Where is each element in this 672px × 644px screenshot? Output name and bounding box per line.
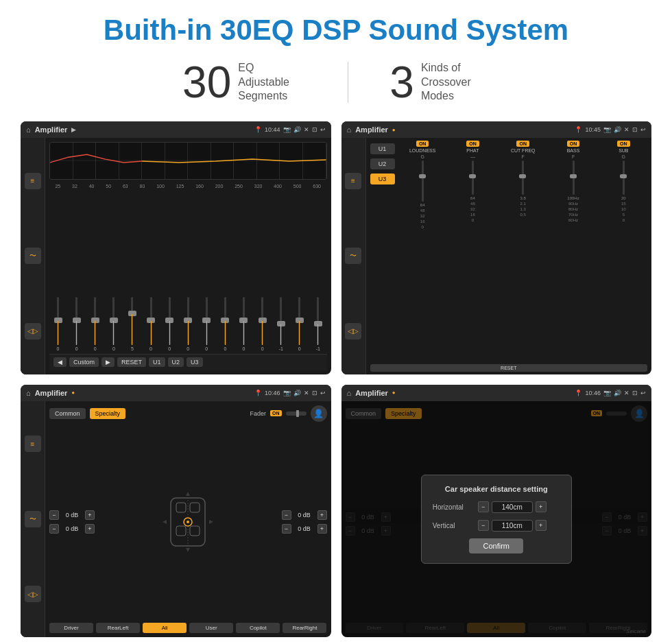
speaker-sidebar-btn-2[interactable]: 〜: [25, 511, 41, 527]
eq-graph: [49, 142, 327, 180]
loudness-slider[interactable]: [422, 160, 424, 202]
horizontal-minus-button[interactable]: −: [478, 501, 489, 512]
front-right-minus[interactable]: −: [282, 510, 291, 520]
speaker-sidebar: ≡ 〜 ◁▷: [21, 401, 45, 638]
eq-slider-4[interactable]: 5: [123, 297, 141, 351]
eq-screen-header: ⌂ Amplifier ▶ 📍 10:44 📷 🔊 ✕ ⊡ ↩: [21, 121, 331, 138]
speaker-main: Common Specialty Fader ON 👤 −: [45, 401, 331, 638]
fader-slider[interactable]: [286, 412, 307, 416]
eq-screen-title: Amplifier: [35, 126, 68, 134]
eq-slider-8[interactable]: 0: [198, 297, 215, 351]
channel-phat: ON PHAT — 64 48 32 16 0: [449, 141, 496, 229]
speaker-left-controls: − 0 dB + − 0 dB +: [49, 425, 95, 621]
svg-marker-13: [209, 520, 213, 524]
crossover-sidebar-btn-1[interactable]: ≡: [345, 173, 361, 189]
eq-custom-button[interactable]: Custom: [69, 357, 99, 367]
eq-main: 25 32 40 50 63 80 100 125 160 200 250 32…: [45, 138, 331, 374]
eq-sidebar-btn-1[interactable]: ≡: [25, 173, 41, 189]
front-right-plus[interactable]: +: [317, 510, 327, 520]
rear-left-db-control: − 0 dB +: [49, 524, 95, 534]
front-left-minus[interactable]: −: [49, 510, 59, 520]
eq-x-icon: ✕: [304, 126, 309, 133]
speaker-home-icon: ⌂: [26, 389, 31, 397]
crossover-top: U1 U2 U3 ON LOUDNESS G: [370, 141, 648, 229]
eq-prev-button[interactable]: ◀: [53, 357, 67, 367]
speaker-screen-body: ≡ 〜 ◁▷ Common Specialty Fader ON 👤: [21, 401, 331, 638]
eq-sidebar-btn-3[interactable]: ◁▷: [25, 323, 41, 339]
driver-button[interactable]: Driver: [49, 623, 93, 633]
speaker-sidebar-btn-1[interactable]: ≡: [25, 436, 41, 452]
horizontal-plus-button[interactable]: +: [536, 501, 547, 512]
eq-slider-2[interactable]: 0: [86, 297, 104, 351]
rear-left-plus[interactable]: +: [85, 524, 95, 534]
speaker-controls: − 0 dB + − 0 dB +: [49, 425, 327, 621]
eq-sliders-area: 0 0 0 0 5 0 0 0 0 0 0 0 -1 0 -1: [49, 190, 327, 354]
rear-left-button[interactable]: RearLeft: [96, 623, 140, 633]
rear-right-button[interactable]: RearRight: [283, 623, 326, 633]
speaker-bottom-bar: Driver RearLeft All User Copilot RearRig…: [49, 623, 327, 633]
eq-vol-icon: 🔊: [293, 126, 301, 133]
eq-slider-1[interactable]: 0: [68, 297, 85, 351]
screens-grid: ⌂ Amplifier ▶ 📍 10:44 📷 🔊 ✕ ⊡ ↩ ≡ 〜: [21, 121, 651, 637]
dialog-overlay: Car speaker distance setting Horizontal …: [341, 401, 652, 638]
dialog-time: 10:46: [585, 390, 601, 396]
eq-u1-button[interactable]: U1: [149, 357, 165, 367]
crossover-sidebar-btn-2[interactable]: 〜: [345, 248, 361, 264]
speaker-right-controls: − 0 dB + − 0 dB +: [282, 425, 327, 621]
dialog-screen-body: Common Specialty ON 👤 −0 dB+ −0 dB+: [341, 401, 652, 638]
eq-reset-button[interactable]: RESET: [117, 357, 146, 367]
eq-slider-6[interactable]: 0: [161, 297, 178, 351]
dialog-horizontal-row: Horizontal − +: [433, 501, 560, 513]
eq-slider-10[interactable]: 0: [235, 297, 252, 351]
crossover-x-icon: ✕: [624, 126, 629, 133]
copilot-button[interactable]: Copilot: [236, 623, 280, 633]
crossover-sidebar-btn-3[interactable]: ◁▷: [345, 323, 361, 339]
speaker-time: 10:46: [265, 390, 280, 396]
eq-slider-9[interactable]: 0: [217, 297, 234, 351]
vertical-plus-button[interactable]: +: [536, 520, 547, 531]
eq-slider-12[interactable]: -1: [272, 297, 289, 351]
vertical-value-input[interactable]: [492, 520, 533, 532]
speaker-x-icon: ✕: [304, 390, 309, 396]
eq-slider-3[interactable]: 0: [105, 297, 122, 351]
rear-left-minus[interactable]: −: [49, 524, 59, 534]
phat-slider[interactable]: [472, 160, 474, 195]
specialty-button[interactable]: Specialty: [90, 408, 126, 419]
crossover-pin-icon: 📍: [575, 126, 582, 133]
bass-slider[interactable]: [573, 160, 575, 195]
eq-sidebar-btn-2[interactable]: 〜: [25, 248, 41, 264]
front-left-plus[interactable]: +: [85, 510, 95, 520]
rear-right-db-value: 0 dB: [294, 525, 315, 532]
rear-right-minus[interactable]: −: [282, 524, 291, 534]
eq-slider-13[interactable]: 0: [291, 297, 308, 351]
dialog-home-icon: ⌂: [347, 389, 352, 397]
eq-next-button[interactable]: ▶: [101, 357, 115, 367]
speaker-sidebar-btn-3[interactable]: ◁▷: [25, 586, 41, 602]
eq-time: 10:44: [265, 126, 280, 133]
eq-slider-5[interactable]: 0: [142, 297, 159, 351]
dialog-dot-icon: ●: [392, 390, 396, 396]
eq-slider-11[interactable]: 0: [254, 297, 271, 351]
u1-button[interactable]: U1: [370, 143, 395, 154]
u2-button[interactable]: U2: [370, 158, 395, 169]
crossover-reset-button[interactable]: RESET: [370, 364, 648, 372]
eq-slider-0[interactable]: 0: [49, 297, 67, 351]
user-button[interactable]: User: [189, 623, 233, 633]
cutfreq-slider[interactable]: [522, 160, 524, 195]
rear-right-plus[interactable]: +: [317, 524, 327, 534]
sub-slider[interactable]: [623, 160, 625, 195]
eq-u3-button[interactable]: U3: [187, 357, 203, 367]
eq-slider-7[interactable]: 0: [180, 297, 197, 351]
common-button[interactable]: Common: [49, 408, 86, 419]
speaker-screen-title: Amplifier: [35, 389, 68, 397]
u3-button[interactable]: U3: [370, 174, 395, 184]
dialog-pin-icon: 📍: [575, 390, 582, 396]
u-buttons: U1 U2 U3: [370, 143, 395, 184]
all-button[interactable]: All: [143, 623, 187, 633]
horizontal-value-input[interactable]: [492, 501, 533, 513]
confirm-button[interactable]: Confirm: [469, 538, 523, 553]
eq-u2-button[interactable]: U2: [168, 357, 184, 367]
vertical-minus-button[interactable]: −: [478, 520, 489, 531]
eq-slider-14[interactable]: -1: [309, 297, 326, 351]
eq-pin-icon: 📍: [254, 126, 262, 133]
